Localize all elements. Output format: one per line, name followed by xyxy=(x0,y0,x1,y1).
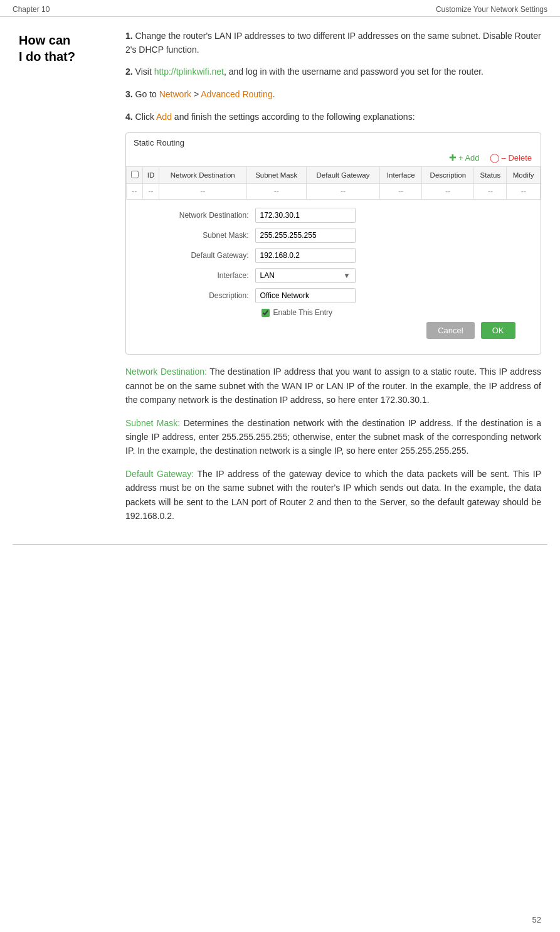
step-3-link-network[interactable]: Network xyxy=(159,89,191,99)
input-gw[interactable] xyxy=(255,248,356,263)
select-all-checkbox[interactable] xyxy=(131,171,139,178)
cell-status: -- xyxy=(474,184,507,200)
col-interface: Interface xyxy=(380,167,422,184)
col-modify: Modify xyxy=(507,167,541,184)
form-row-net-dest: Network Destination: xyxy=(158,208,528,223)
cell-desc: -- xyxy=(422,184,474,200)
step-3-text-before: Go to xyxy=(135,89,159,99)
step-4-link-add[interactable]: Add xyxy=(156,112,172,122)
step-4-num: 4. xyxy=(125,112,133,122)
col-checkbox xyxy=(127,167,143,184)
desc-section: Network Destination: The destination IP … xyxy=(125,365,541,523)
form-row-checkbox: Enable This Entry xyxy=(262,308,528,317)
form-row-subnet: Subnet Mask: xyxy=(158,228,528,243)
label-desc: Description: xyxy=(158,291,255,300)
col-default-gw: Default Gateway xyxy=(306,167,379,184)
step-3-separator: > xyxy=(191,89,201,99)
step-2-num: 2. xyxy=(125,67,133,77)
add-button[interactable]: ✚ + Add xyxy=(449,153,480,163)
add-label: + Add xyxy=(458,153,480,163)
form-row: Network Destination: Subnet Mask: xyxy=(127,200,541,347)
term-default-gw: Default Gateway: xyxy=(125,469,194,479)
how-can-label: How can I do that? xyxy=(19,32,119,65)
routing-actions: ✚ + Add ◯ – Delete xyxy=(126,151,541,166)
col-status: Status xyxy=(474,167,507,184)
cell-modify: -- xyxy=(507,184,541,200)
routing-box: Static Routing ✚ + Add ◯ – Delete ID Net… xyxy=(125,132,541,355)
enable-entry-checkbox[interactable] xyxy=(262,309,270,317)
step-3-num: 3. xyxy=(125,89,133,99)
ok-button[interactable]: OK xyxy=(481,322,515,339)
cell-id: -- xyxy=(143,184,159,200)
cancel-button[interactable]: Cancel xyxy=(426,322,474,339)
enable-entry-label: Enable This Entry xyxy=(273,308,333,317)
section-label: Customize Your Network Settings xyxy=(436,5,547,14)
step-2: 2. Visit http://tplinkwifi.net, and log … xyxy=(125,65,541,79)
col-description: Description xyxy=(422,167,474,184)
step-4-text-after: and finish the settings according to the… xyxy=(172,112,415,122)
step-1-text: Change the router's LAN IP addresses to … xyxy=(125,31,541,55)
cell-net-dest: -- xyxy=(159,184,246,200)
col-network-dest: Network Destination xyxy=(159,167,246,184)
step-4: 4. Click Add and finish the settings acc… xyxy=(125,110,541,124)
input-net-dest[interactable] xyxy=(255,208,356,223)
chapter-label: Chapter 10 xyxy=(13,5,50,14)
delete-button[interactable]: ◯ – Delete xyxy=(490,153,532,163)
label-subnet: Subnet Mask: xyxy=(158,231,255,240)
step-3-text-after: . xyxy=(273,89,275,99)
term-subnet-mask: Subnet Mask: xyxy=(125,418,180,428)
step-2-link[interactable]: http://tplinkwifi.net xyxy=(154,67,224,77)
page-number: 52 xyxy=(532,915,541,924)
input-desc[interactable] xyxy=(255,288,356,303)
cell-gw: -- xyxy=(306,184,379,200)
form-buttons: Cancel OK xyxy=(158,322,528,339)
desc-network-dest: Network Destination: The destination IP … xyxy=(125,365,541,407)
form-row-desc: Description: xyxy=(158,288,528,303)
page-header: Chapter 10 Customize Your Network Settin… xyxy=(0,0,560,17)
cell-iface: -- xyxy=(380,184,422,200)
step-2-text-after: , and log in with the username and passw… xyxy=(224,67,483,77)
routing-table: ID Network Destination Subnet Mask Defau… xyxy=(126,166,541,346)
col-id: ID xyxy=(143,167,159,184)
add-circle-icon: ✚ xyxy=(449,153,457,163)
col-subnet-mask: Subnet Mask xyxy=(246,167,306,184)
input-subnet[interactable] xyxy=(255,228,356,243)
routing-box-title: Static Routing xyxy=(126,133,541,151)
step-2-text-before: Visit xyxy=(135,67,154,77)
step-3: 3. Go to Network > Advanced Routing. xyxy=(125,88,541,102)
term-network-dest: Network Destination: xyxy=(125,367,207,377)
delete-circle-icon: ◯ xyxy=(490,153,500,163)
step-1-num: 1. xyxy=(125,31,133,41)
cell-subnet: -- xyxy=(246,184,306,200)
label-gw: Default Gateway: xyxy=(158,251,255,260)
label-net-dest: Network Destination: xyxy=(158,211,255,220)
form-row-interface: Interface: LAN WAN ▼ xyxy=(158,268,528,283)
desc-default-gw: Default Gateway: The IP address of the g… xyxy=(125,467,541,523)
step-4-text-before: Click xyxy=(135,112,156,122)
form-row-gw: Default Gateway: xyxy=(158,248,528,263)
label-interface: Interface: xyxy=(158,271,255,280)
step-1: 1. Change the router's LAN IP addresses … xyxy=(125,29,541,56)
desc-subnet-mask: Subnet Mask: Determines the destination … xyxy=(125,416,541,458)
cell-check: -- xyxy=(127,184,143,200)
desc-subnet-mask-text: Determines the destination network with … xyxy=(125,418,541,456)
delete-label: – Delete xyxy=(502,153,532,163)
table-row-empty: -- -- -- -- -- -- -- -- -- xyxy=(127,184,541,200)
step-3-link-routing[interactable]: Advanced Routing xyxy=(201,89,272,99)
select-interface[interactable]: LAN WAN xyxy=(255,268,356,283)
